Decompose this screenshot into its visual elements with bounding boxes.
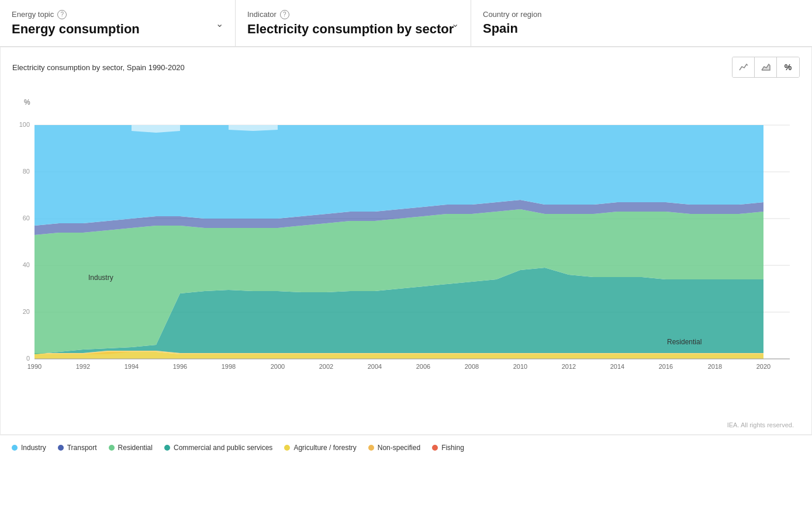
svg-text:1992: 1992	[76, 363, 90, 370]
legend-industry[interactable]: Industry	[12, 444, 46, 452]
copyright-text: IEA. All rights reserved.	[12, 421, 800, 428]
indicator-label: Indicator	[247, 10, 277, 19]
legend-transport-dot	[58, 445, 64, 451]
svg-text:2006: 2006	[416, 363, 430, 370]
area-chart-icon	[761, 62, 771, 72]
gap-area2	[229, 125, 278, 131]
svg-text:2010: 2010	[513, 363, 527, 370]
legend-transport[interactable]: Transport	[58, 444, 97, 452]
chart-svg-wrapper: % 100 80 60 40 20 0	[12, 87, 800, 428]
country-label: Country or region	[483, 10, 541, 19]
percent-chart-button[interactable]: %	[777, 57, 799, 77]
indicator-value: Electricity consumption by sector	[247, 22, 459, 37]
indicator-help-icon[interactable]: ?	[280, 10, 289, 19]
legend-residential-dot	[109, 445, 115, 451]
area-chart-button[interactable]	[755, 57, 777, 77]
legend-agriculture-label: Agriculture / forestry	[293, 444, 356, 452]
svg-text:1998: 1998	[222, 363, 236, 370]
svg-text:40: 40	[23, 261, 30, 268]
legend-agriculture[interactable]: Agriculture / forestry	[284, 444, 356, 452]
svg-text:0: 0	[26, 355, 30, 362]
chart-controls: %	[732, 57, 800, 78]
energy-topic-label: Energy topic	[12, 10, 54, 19]
svg-text:2020: 2020	[756, 363, 770, 370]
y-axis-label: %	[24, 98, 30, 106]
indicator-section[interactable]: Indicator ? Electricity consumption by s…	[236, 0, 471, 46]
country-value: Spain	[483, 21, 800, 36]
page-header: Energy topic ? Energy consumption ⌄ Indi…	[0, 0, 812, 47]
legend-industry-label: Industry	[21, 444, 46, 452]
legend-fishing-label: Fishing	[441, 444, 464, 452]
svg-text:2002: 2002	[319, 363, 333, 370]
legend-nonspecified-label: Non-specified	[378, 444, 420, 452]
svg-text:60: 60	[23, 215, 30, 222]
line-chart-button[interactable]	[732, 57, 755, 77]
chart-header: Electricity consumption by sector, Spain…	[12, 57, 800, 78]
energy-topic-dropdown-icon[interactable]: ⌄	[216, 18, 223, 29]
legend-agriculture-dot	[284, 445, 290, 451]
chart-svg: % 100 80 60 40 20 0	[12, 87, 801, 414]
svg-text:2014: 2014	[610, 363, 624, 370]
indicator-dropdown-icon[interactable]: ⌄	[451, 18, 459, 29]
legend-commercial[interactable]: Commercial and public services	[164, 444, 272, 452]
legend-commercial-label: Commercial and public services	[174, 444, 272, 452]
svg-text:2012: 2012	[562, 363, 576, 370]
energy-topic-section[interactable]: Energy topic ? Energy consumption ⌄	[0, 0, 236, 46]
industry-chart-label: Industry	[88, 274, 113, 282]
energy-topic-value: Energy consumption	[12, 22, 223, 37]
svg-text:2004: 2004	[368, 363, 382, 370]
legend-residential[interactable]: Residential	[109, 444, 153, 452]
legend-residential-label: Residential	[118, 444, 153, 452]
commercial-chart-label: Commercial and public services	[474, 414, 573, 414]
legend-transport-label: Transport	[67, 444, 97, 452]
svg-text:80: 80	[23, 168, 30, 175]
energy-topic-help-icon[interactable]: ?	[57, 10, 67, 19]
svg-text:2016: 2016	[659, 363, 673, 370]
legend-industry-dot	[12, 445, 18, 451]
residential-chart-label: Residential	[667, 338, 702, 346]
svg-text:100: 100	[19, 121, 30, 128]
chart-container: Electricity consumption by sector, Spain…	[0, 47, 812, 435]
svg-text:1990: 1990	[27, 363, 42, 370]
legend-commercial-dot	[164, 445, 170, 451]
legend-fishing-dot	[432, 445, 438, 451]
legend-fishing[interactable]: Fishing	[432, 444, 464, 452]
chart-title: Electricity consumption by sector, Spain…	[12, 63, 185, 72]
line-chart-icon	[738, 62, 749, 72]
country-section: Country or region Spain	[471, 0, 812, 46]
svg-text:2000: 2000	[271, 363, 285, 370]
percent-label: %	[785, 63, 792, 72]
legend: Industry Transport Residential Commercia…	[0, 435, 812, 460]
legend-nonspecified[interactable]: Non-specified	[368, 444, 420, 452]
svg-text:1994: 1994	[125, 363, 139, 370]
svg-text:20: 20	[23, 308, 30, 315]
svg-text:2008: 2008	[465, 363, 479, 370]
svg-text:2018: 2018	[708, 363, 722, 370]
svg-text:1996: 1996	[173, 363, 187, 370]
legend-nonspecified-dot	[368, 445, 374, 451]
